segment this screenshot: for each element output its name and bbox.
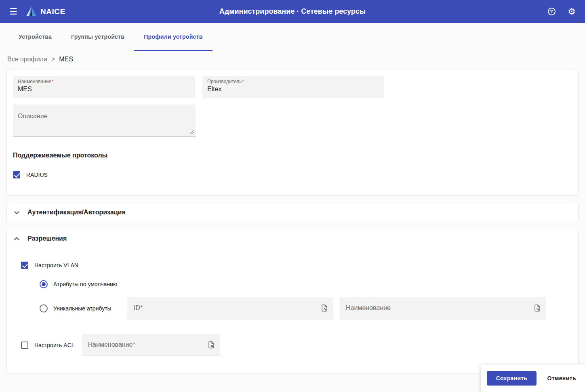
checkbox-icon <box>21 262 28 269</box>
save-button[interactable]: Сохранить <box>487 371 537 386</box>
permissions-section: Разрешения Настроить VLAN Атрибуты по ум… <box>6 229 579 373</box>
cancel-button[interactable]: Отменить <box>545 372 578 385</box>
radio-icon <box>40 280 48 288</box>
auth-section-header[interactable]: Аутентификация/Авторизация <box>7 203 578 222</box>
acl-checkbox[interactable]: Настроить ACL <box>21 342 75 349</box>
permissions-section-header[interactable]: Разрешения <box>7 229 578 248</box>
hamburger-icon: ☰ <box>9 7 17 16</box>
app-bar: ☰ NAICE Администрирование · Сетевые ресу… <box>0 0 585 23</box>
vendor-input[interactable] <box>207 84 379 93</box>
default-attributes-radio[interactable]: Атрибуты по умолчанию <box>40 280 572 288</box>
tab-device-groups[interactable]: Группы устройств <box>61 23 134 51</box>
required-asterisk: * <box>242 79 244 84</box>
page-title: Администрирование · Сетевые ресурсы <box>219 7 366 16</box>
checkbox-icon <box>21 342 28 349</box>
fields-row: Наименование* Производитель* <box>13 76 572 98</box>
insert-attribute-icon[interactable] <box>532 303 542 313</box>
description-field <box>13 105 196 136</box>
tab-device-profiles[interactable]: Профили устройств <box>134 23 213 51</box>
unique-attributes-radio-label: Уникальные атрибуты <box>53 305 112 312</box>
radius-checkbox-label: RADIUS <box>26 172 48 178</box>
gear-icon: ⚙ <box>568 7 576 16</box>
acl-checkbox-label: Настроить ACL <box>34 342 75 348</box>
breadcrumb-current: MES <box>59 56 73 63</box>
vlan-id-input[interactable] <box>133 304 320 312</box>
appbar-actions: ? ⚙ <box>544 4 579 19</box>
required-asterisk: * <box>52 79 54 84</box>
vlan-checkbox[interactable]: Настроить VLAN <box>21 262 572 269</box>
breadcrumb: Все профили > MES <box>0 51 585 69</box>
radio-icon <box>40 304 48 312</box>
acl-name-input[interactable] <box>87 341 206 349</box>
acl-name-field[interactable] <box>82 334 220 356</box>
settings-button[interactable]: ⚙ <box>564 4 579 19</box>
name-field-label: Наименование* <box>18 79 190 84</box>
naice-logo-icon <box>26 6 37 17</box>
unique-attributes-radio[interactable]: Уникальные атрибуты <box>40 304 120 312</box>
acl-row: Настроить ACL <box>13 334 572 356</box>
tab-bar: Устройства Группы устройств Профили устр… <box>0 23 585 51</box>
chevron-down-icon <box>14 209 19 214</box>
auth-section: Аутентификация/Авторизация <box>6 203 579 222</box>
protocols-heading: Поддерживаемые протоколы <box>13 152 572 159</box>
breadcrumb-separator: > <box>51 56 55 63</box>
default-attributes-radio-label: Атрибуты по умолчанию <box>53 281 117 287</box>
actions-card: Сохранить Отменить <box>481 365 585 392</box>
radius-checkbox[interactable]: RADIUS <box>13 171 572 178</box>
permissions-body: Настроить VLAN Атрибуты по умолчанию Уни… <box>7 248 578 373</box>
name-field[interactable]: Наименование* <box>13 76 195 98</box>
vlan-checkbox-label: Настроить VLAN <box>34 262 78 268</box>
insert-attribute-icon[interactable] <box>320 303 329 313</box>
vendor-field-label: Производитель* <box>207 79 379 84</box>
auth-section-title: Аутентификация/Авторизация <box>27 209 126 216</box>
breadcrumb-all-profiles[interactable]: Все профили <box>7 56 47 63</box>
chevron-up-icon <box>14 237 19 242</box>
brand-name: NAICE <box>40 7 65 16</box>
help-icon: ? <box>548 8 556 15</box>
permissions-section-title: Разрешения <box>27 235 67 242</box>
brand: NAICE <box>26 6 65 17</box>
name-input[interactable] <box>18 84 190 93</box>
vendor-field[interactable]: Производитель* <box>202 76 384 98</box>
tab-devices[interactable]: Устройства <box>9 23 61 51</box>
insert-attribute-icon[interactable] <box>206 340 216 350</box>
help-button[interactable]: ? <box>544 4 559 19</box>
description-input[interactable] <box>13 105 196 136</box>
vlan-name-field[interactable] <box>339 297 546 319</box>
unique-attributes-row: Уникальные атрибуты <box>13 297 572 319</box>
vlan-name-input[interactable] <box>345 304 532 312</box>
menu-button[interactable]: ☰ <box>6 4 21 19</box>
profile-form-card: Наименование* Производитель* Поддерживае… <box>6 69 579 196</box>
vlan-id-field[interactable] <box>127 297 333 319</box>
checkbox-icon <box>13 171 20 178</box>
